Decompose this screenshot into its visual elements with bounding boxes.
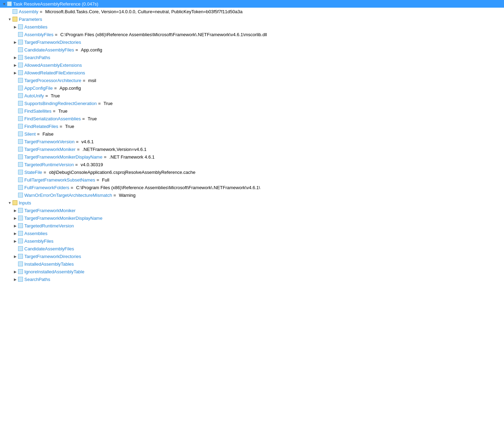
expand-icon[interactable]: ▶ <box>13 55 18 60</box>
property-icon <box>18 170 23 175</box>
collapse-icon[interactable]: ▼ <box>1 1 7 7</box>
tree-row[interactable]: TargetFrameworkMonikerDisplayName=.NET F… <box>0 153 504 161</box>
row-value: True <box>58 108 67 114</box>
row-label: TargetProcessorArchitecture <box>24 78 81 83</box>
row-equals: = <box>76 139 79 144</box>
row-label: AllowedAssemblyExtensions <box>24 63 82 68</box>
row-label: FindRelatedFiles <box>24 124 58 129</box>
tree-row[interactable]: ▶TargetFrameworkMoniker <box>0 207 504 214</box>
tree-row[interactable]: FindRelatedFiles=True <box>0 122 504 130</box>
row-label: AssemblyFiles <box>24 32 54 37</box>
row-label: TargetedRuntimeVersion <box>24 223 74 228</box>
row-value: Full <box>102 177 109 183</box>
property-icon <box>18 177 23 182</box>
property-icon <box>18 24 23 29</box>
tree-row[interactable]: TargetProcessorArchitecture=msil <box>0 76 504 84</box>
tree-row[interactable]: AppConfigFile=App.config <box>0 84 504 92</box>
expand-icon[interactable]: ▶ <box>13 223 18 228</box>
tree-row[interactable]: TargetedRuntimeVersion=v4.0.30319 <box>0 161 504 168</box>
tree-row[interactable]: ▶TargetFrameworkDirectories <box>0 252 504 260</box>
property-icon <box>18 78 23 83</box>
folder-icon <box>13 200 17 205</box>
row-label: TargetFrameworkMoniker <box>24 208 75 213</box>
expand-icon[interactable]: ▶ <box>13 215 18 221</box>
tree-row[interactable]: FullFrameworkFolders=C:\Program Files (x… <box>0 184 504 191</box>
expand-icon[interactable]: ▶ <box>13 70 18 75</box>
row-value: Microsoft.Build.Tasks.Core, Version=14.0… <box>45 9 243 14</box>
tree-row[interactable]: AutoUnify=True <box>0 92 504 99</box>
tree-row[interactable]: ▶IgnoreInstalledAssemblyTable <box>0 268 504 275</box>
row-equals: = <box>55 32 58 37</box>
collapse-icon[interactable]: ▼ <box>7 200 13 206</box>
tree-row[interactable]: ▼Parameters <box>0 15 504 23</box>
property-icon <box>18 139 23 144</box>
collapse-icon[interactable]: ▼ <box>7 16 13 22</box>
tree-row[interactable]: ▶SearchPaths <box>0 54 504 61</box>
row-value: True <box>104 101 113 106</box>
property-icon <box>18 70 23 75</box>
property-icon <box>18 116 23 121</box>
tree-row[interactable]: ▶Assemblies <box>0 229 504 237</box>
row-label: AppConfigFile <box>24 86 53 91</box>
tree-row[interactable]: ▶AllowedRelatedFileExtensions <box>0 69 504 76</box>
row-value: C:\Program Files (x86)\Reference Assembl… <box>76 185 260 190</box>
row-value: v4.6.1 <box>81 139 94 144</box>
expand-icon[interactable]: ▶ <box>13 269 18 274</box>
row-label: TargetFrameworkMoniker <box>24 147 75 152</box>
tree-row[interactable]: ▼Inputs <box>0 199 504 207</box>
row-label: SupportsBindingRedirectGeneration <box>24 101 97 106</box>
property-icon <box>18 254 23 259</box>
row-value: C:\Program Files (x86)\Reference Assembl… <box>60 32 267 37</box>
expand-icon[interactable]: ▶ <box>13 276 18 282</box>
row-label: FindSatellites <box>24 108 51 114</box>
row-value: True <box>51 93 60 98</box>
tree-row[interactable]: ▼Task ResolveAssemblyReference (0.047s) <box>0 0 504 8</box>
row-equals: = <box>98 101 101 106</box>
row-label: InstalledAssemblyTables <box>24 261 74 267</box>
tree-row[interactable]: ▶TargetFrameworkMonikerDisplayName <box>0 214 504 222</box>
tree-row[interactable]: Assembly=Microsoft.Build.Tasks.Core, Ver… <box>0 8 504 15</box>
tree-row[interactable]: FindSatellites=True <box>0 107 504 115</box>
row-equals: = <box>113 193 116 198</box>
property-icon <box>18 239 23 243</box>
row-label: FullTargetFrameworkSubsetNames <box>24 177 95 183</box>
tree-row[interactable]: FindSerializationAssemblies=True <box>0 115 504 122</box>
tree-row[interactable]: ▶TargetFrameworkDirectories <box>0 38 504 46</box>
tree-row[interactable]: ▶Assemblies <box>0 23 504 31</box>
tree-row[interactable]: ▶TargetedRuntimeVersion <box>0 222 504 229</box>
tree-row[interactable]: TargetFrameworkVersion=v4.6.1 <box>0 138 504 145</box>
expand-icon[interactable]: ▶ <box>13 62 18 68</box>
row-label: TargetFrameworkMonikerDisplayName <box>24 216 103 221</box>
expand-icon[interactable]: ▶ <box>13 238 18 244</box>
expand-icon[interactable]: ▶ <box>13 253 18 259</box>
property-icon <box>18 63 23 67</box>
expand-icon[interactable]: ▶ <box>13 24 18 30</box>
tree-row[interactable]: CandidateAssemblyFiles=App.config <box>0 46 504 54</box>
property-icon <box>18 216 23 220</box>
tree-row[interactable]: ▶AssemblyFiles <box>0 237 504 245</box>
property-icon <box>18 261 23 266</box>
tree-row[interactable]: ▶AllowedAssemblyExtensions <box>0 61 504 69</box>
property-icon <box>18 55 23 60</box>
folder-icon <box>13 17 17 22</box>
tree-row[interactable]: AssemblyFiles=C:\Program Files (x86)\Ref… <box>0 31 504 38</box>
tree-row[interactable]: FullTargetFrameworkSubsetNames=Full <box>0 176 504 184</box>
tree-row[interactable]: CandidateAssemblyFiles <box>0 245 504 252</box>
property-icon <box>18 223 23 228</box>
row-equals: = <box>37 131 40 137</box>
property-icon <box>18 93 23 98</box>
tree-row[interactable]: StateFile=obj\Debug\ConsoleApplication6.… <box>0 168 504 176</box>
row-value: App.config <box>59 86 81 91</box>
expand-icon[interactable]: ▶ <box>13 208 18 213</box>
tree-row[interactable]: TargetFrameworkMoniker=.NETFramework,Ver… <box>0 145 504 153</box>
expand-icon[interactable]: ▶ <box>13 231 18 236</box>
tree-row[interactable]: WarnOrErrorOnTargetArchitectureMismatch=… <box>0 191 504 199</box>
expand-icon[interactable]: ▶ <box>13 39 18 45</box>
tree-row[interactable]: Silent=False <box>0 130 504 138</box>
row-equals: = <box>83 78 86 83</box>
tree-row[interactable]: InstalledAssemblyTables <box>0 260 504 268</box>
tree-row[interactable]: ▶SearchPaths <box>0 275 504 283</box>
tree-row[interactable]: SupportsBindingRedirectGeneration=True <box>0 99 504 107</box>
row-equals: = <box>40 9 42 14</box>
property-icon <box>18 101 23 106</box>
